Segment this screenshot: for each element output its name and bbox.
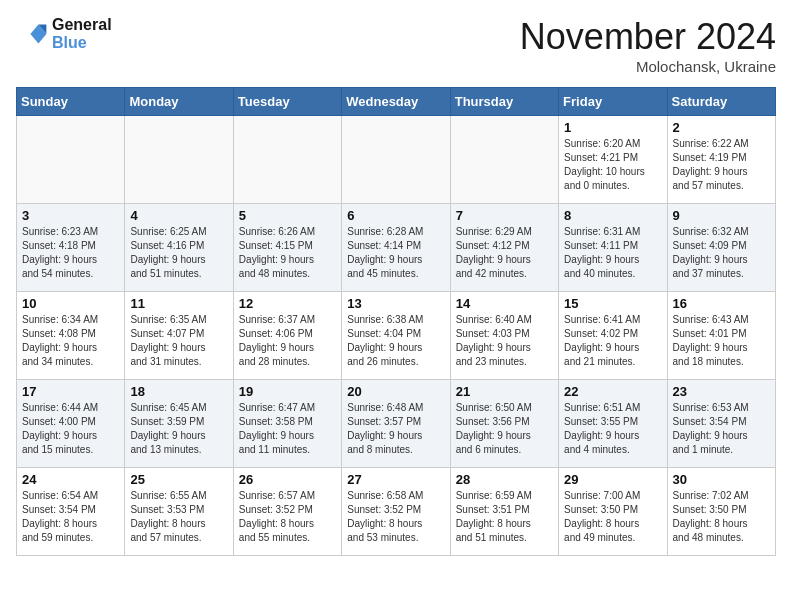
day-info: Sunrise: 6:26 AMSunset: 4:15 PMDaylight:… <box>239 225 336 281</box>
day-info: Sunrise: 6:58 AMSunset: 3:52 PMDaylight:… <box>347 489 444 545</box>
calendar-table: Sunday Monday Tuesday Wednesday Thursday… <box>16 87 776 556</box>
table-row <box>342 116 450 204</box>
header-monday: Monday <box>125 88 233 116</box>
logo-icon <box>16 18 48 50</box>
day-info: Sunrise: 6:59 AMSunset: 3:51 PMDaylight:… <box>456 489 553 545</box>
table-row: 10Sunrise: 6:34 AMSunset: 4:08 PMDayligh… <box>17 292 125 380</box>
table-row: 11Sunrise: 6:35 AMSunset: 4:07 PMDayligh… <box>125 292 233 380</box>
day-number: 4 <box>130 208 227 223</box>
day-number: 6 <box>347 208 444 223</box>
day-number: 15 <box>564 296 661 311</box>
day-number: 5 <box>239 208 336 223</box>
day-info: Sunrise: 6:48 AMSunset: 3:57 PMDaylight:… <box>347 401 444 457</box>
day-info: Sunrise: 6:37 AMSunset: 4:06 PMDaylight:… <box>239 313 336 369</box>
day-number: 22 <box>564 384 661 399</box>
day-number: 14 <box>456 296 553 311</box>
header-thursday: Thursday <box>450 88 558 116</box>
table-row: 26Sunrise: 6:57 AMSunset: 3:52 PMDayligh… <box>233 468 341 556</box>
day-info: Sunrise: 7:00 AMSunset: 3:50 PMDaylight:… <box>564 489 661 545</box>
table-row <box>450 116 558 204</box>
day-number: 2 <box>673 120 770 135</box>
calendar-header-row: Sunday Monday Tuesday Wednesday Thursday… <box>17 88 776 116</box>
day-info: Sunrise: 6:35 AMSunset: 4:07 PMDaylight:… <box>130 313 227 369</box>
day-info: Sunrise: 6:44 AMSunset: 4:00 PMDaylight:… <box>22 401 119 457</box>
table-row: 14Sunrise: 6:40 AMSunset: 4:03 PMDayligh… <box>450 292 558 380</box>
day-info: Sunrise: 6:22 AMSunset: 4:19 PMDaylight:… <box>673 137 770 193</box>
header-tuesday: Tuesday <box>233 88 341 116</box>
table-row: 27Sunrise: 6:58 AMSunset: 3:52 PMDayligh… <box>342 468 450 556</box>
day-number: 30 <box>673 472 770 487</box>
day-number: 8 <box>564 208 661 223</box>
table-row: 21Sunrise: 6:50 AMSunset: 3:56 PMDayligh… <box>450 380 558 468</box>
location: Molochansk, Ukraine <box>520 58 776 75</box>
day-info: Sunrise: 6:45 AMSunset: 3:59 PMDaylight:… <box>130 401 227 457</box>
calendar-week-row: 1Sunrise: 6:20 AMSunset: 4:21 PMDaylight… <box>17 116 776 204</box>
day-number: 17 <box>22 384 119 399</box>
day-number: 29 <box>564 472 661 487</box>
day-info: Sunrise: 6:43 AMSunset: 4:01 PMDaylight:… <box>673 313 770 369</box>
day-info: Sunrise: 6:57 AMSunset: 3:52 PMDaylight:… <box>239 489 336 545</box>
day-info: Sunrise: 6:28 AMSunset: 4:14 PMDaylight:… <box>347 225 444 281</box>
table-row: 3Sunrise: 6:23 AMSunset: 4:18 PMDaylight… <box>17 204 125 292</box>
table-row: 15Sunrise: 6:41 AMSunset: 4:02 PMDayligh… <box>559 292 667 380</box>
header-wednesday: Wednesday <box>342 88 450 116</box>
day-info: Sunrise: 6:29 AMSunset: 4:12 PMDaylight:… <box>456 225 553 281</box>
table-row <box>233 116 341 204</box>
day-number: 18 <box>130 384 227 399</box>
day-info: Sunrise: 6:40 AMSunset: 4:03 PMDaylight:… <box>456 313 553 369</box>
day-info: Sunrise: 6:25 AMSunset: 4:16 PMDaylight:… <box>130 225 227 281</box>
day-number: 7 <box>456 208 553 223</box>
calendar-week-row: 3Sunrise: 6:23 AMSunset: 4:18 PMDaylight… <box>17 204 776 292</box>
day-info: Sunrise: 6:38 AMSunset: 4:04 PMDaylight:… <box>347 313 444 369</box>
calendar-week-row: 24Sunrise: 6:54 AMSunset: 3:54 PMDayligh… <box>17 468 776 556</box>
day-number: 9 <box>673 208 770 223</box>
table-row: 20Sunrise: 6:48 AMSunset: 3:57 PMDayligh… <box>342 380 450 468</box>
day-number: 11 <box>130 296 227 311</box>
table-row <box>17 116 125 204</box>
day-number: 1 <box>564 120 661 135</box>
day-number: 3 <box>22 208 119 223</box>
day-number: 19 <box>239 384 336 399</box>
month-title: November 2024 <box>520 16 776 58</box>
day-info: Sunrise: 6:53 AMSunset: 3:54 PMDaylight:… <box>673 401 770 457</box>
day-info: Sunrise: 7:02 AMSunset: 3:50 PMDaylight:… <box>673 489 770 545</box>
table-row: 30Sunrise: 7:02 AMSunset: 3:50 PMDayligh… <box>667 468 775 556</box>
day-number: 21 <box>456 384 553 399</box>
table-row: 29Sunrise: 7:00 AMSunset: 3:50 PMDayligh… <box>559 468 667 556</box>
table-row: 25Sunrise: 6:55 AMSunset: 3:53 PMDayligh… <box>125 468 233 556</box>
calendar-week-row: 17Sunrise: 6:44 AMSunset: 4:00 PMDayligh… <box>17 380 776 468</box>
logo: General Blue <box>16 16 112 52</box>
table-row: 1Sunrise: 6:20 AMSunset: 4:21 PMDaylight… <box>559 116 667 204</box>
day-number: 23 <box>673 384 770 399</box>
table-row: 5Sunrise: 6:26 AMSunset: 4:15 PMDaylight… <box>233 204 341 292</box>
day-info: Sunrise: 6:54 AMSunset: 3:54 PMDaylight:… <box>22 489 119 545</box>
table-row: 24Sunrise: 6:54 AMSunset: 3:54 PMDayligh… <box>17 468 125 556</box>
day-info: Sunrise: 6:51 AMSunset: 3:55 PMDaylight:… <box>564 401 661 457</box>
day-number: 26 <box>239 472 336 487</box>
day-number: 16 <box>673 296 770 311</box>
page-header: General Blue November 2024 Molochansk, U… <box>16 16 776 75</box>
table-row <box>125 116 233 204</box>
header-saturday: Saturday <box>667 88 775 116</box>
table-row: 18Sunrise: 6:45 AMSunset: 3:59 PMDayligh… <box>125 380 233 468</box>
table-row: 28Sunrise: 6:59 AMSunset: 3:51 PMDayligh… <box>450 468 558 556</box>
table-row: 22Sunrise: 6:51 AMSunset: 3:55 PMDayligh… <box>559 380 667 468</box>
day-info: Sunrise: 6:47 AMSunset: 3:58 PMDaylight:… <box>239 401 336 457</box>
day-number: 20 <box>347 384 444 399</box>
day-number: 12 <box>239 296 336 311</box>
day-number: 28 <box>456 472 553 487</box>
logo-text: General Blue <box>52 16 112 52</box>
day-number: 25 <box>130 472 227 487</box>
table-row: 23Sunrise: 6:53 AMSunset: 3:54 PMDayligh… <box>667 380 775 468</box>
day-number: 13 <box>347 296 444 311</box>
day-info: Sunrise: 6:23 AMSunset: 4:18 PMDaylight:… <box>22 225 119 281</box>
day-info: Sunrise: 6:41 AMSunset: 4:02 PMDaylight:… <box>564 313 661 369</box>
table-row: 6Sunrise: 6:28 AMSunset: 4:14 PMDaylight… <box>342 204 450 292</box>
day-info: Sunrise: 6:20 AMSunset: 4:21 PMDaylight:… <box>564 137 661 193</box>
day-number: 10 <box>22 296 119 311</box>
calendar-week-row: 10Sunrise: 6:34 AMSunset: 4:08 PMDayligh… <box>17 292 776 380</box>
table-row: 8Sunrise: 6:31 AMSunset: 4:11 PMDaylight… <box>559 204 667 292</box>
day-info: Sunrise: 6:55 AMSunset: 3:53 PMDaylight:… <box>130 489 227 545</box>
table-row: 2Sunrise: 6:22 AMSunset: 4:19 PMDaylight… <box>667 116 775 204</box>
day-number: 27 <box>347 472 444 487</box>
